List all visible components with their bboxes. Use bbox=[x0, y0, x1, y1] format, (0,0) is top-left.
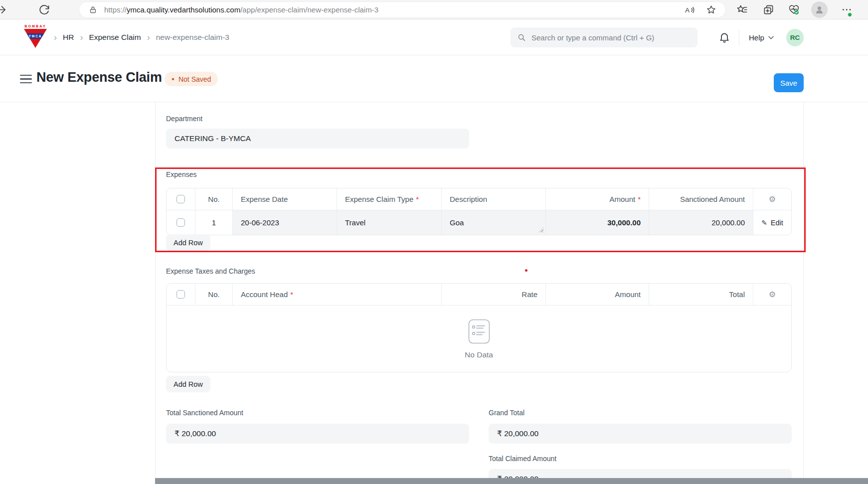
notifications-bell-icon[interactable] bbox=[718, 31, 730, 43]
col-total-label: Total bbox=[729, 290, 745, 299]
col-total: Total bbox=[649, 284, 753, 305]
app-header: BOMBAY YMCA › HR › Expense Claim › new-e… bbox=[0, 19, 868, 55]
col-rate-label: Rate bbox=[521, 290, 537, 299]
breadcrumb: › HR › Expense Claim › new-expense-claim… bbox=[54, 19, 229, 55]
row-select-cell bbox=[167, 210, 195, 235]
amount-cell[interactable]: 30,000.00 bbox=[546, 210, 649, 235]
refresh-icon[interactable] bbox=[38, 4, 50, 15]
chevron-down-icon bbox=[768, 35, 774, 40]
url-bar[interactable]: https://ymca.quality.vedarthsolutions.co… bbox=[79, 2, 725, 17]
header-divider bbox=[739, 30, 739, 45]
person-icon bbox=[814, 4, 825, 15]
breadcrumb-expense-claim[interactable]: Expense Claim bbox=[89, 33, 141, 42]
taxes-add-row-button[interactable]: Add Row bbox=[166, 376, 210, 392]
col-amount: Amount* bbox=[546, 188, 649, 210]
logo-triangle: YMCA bbox=[24, 29, 47, 48]
chevron-right-icon: › bbox=[80, 33, 83, 42]
favorites-bar-icon[interactable] bbox=[736, 4, 748, 15]
read-aloud-icon[interactable]: A bbox=[684, 5, 695, 15]
description-cell[interactable]: Goa bbox=[442, 210, 546, 235]
select-all-cell bbox=[167, 284, 195, 305]
svg-text:A: A bbox=[685, 6, 690, 14]
url-domain: ymca.quality.vedarthsolutions.com bbox=[127, 5, 240, 14]
logo-band-text: YMCA bbox=[24, 33, 47, 39]
gear-icon[interactable]: ⚙ bbox=[769, 290, 776, 299]
col-sanctioned-amount-label: Sanctioned Amount bbox=[680, 195, 745, 203]
url-path: /app/expense-claim/new-expense-claim-3 bbox=[240, 5, 378, 14]
col-expense-date-label: Expense Date bbox=[241, 195, 288, 203]
col-rate: Rate bbox=[442, 284, 546, 305]
form-right-divider bbox=[803, 102, 804, 478]
expense-date-cell[interactable]: 20-06-2023 bbox=[233, 210, 337, 235]
row-edit-cell: ✎Edit bbox=[753, 210, 791, 235]
select-all-checkbox[interactable] bbox=[176, 290, 185, 299]
search-input[interactable]: Search or type a command (Ctrl + G) bbox=[511, 27, 697, 47]
app-logo[interactable]: BOMBAY YMCA bbox=[23, 24, 47, 50]
no-data-label: No Data bbox=[465, 350, 493, 359]
textarea-resize-handle[interactable] bbox=[538, 227, 543, 232]
col-amount-label: Amount bbox=[615, 290, 641, 299]
collections-icon[interactable] bbox=[763, 4, 774, 15]
expense-claim-type-value: Travel bbox=[345, 218, 365, 227]
browser-chrome: https://ymca.quality.vedarthsolutions.co… bbox=[0, 0, 868, 19]
grand-total-label: Grand Total bbox=[489, 409, 524, 417]
user-avatar[interactable]: RC bbox=[786, 29, 804, 46]
expenses-grid: No. Expense Date Expense Claim Type* Des… bbox=[166, 188, 792, 235]
row-checkbox[interactable] bbox=[176, 218, 185, 227]
col-amount-label: Amount bbox=[609, 195, 635, 203]
department-field[interactable]: CATERING - B-YMCA bbox=[166, 129, 469, 149]
col-expense-claim-type: Expense Claim Type* bbox=[337, 188, 442, 210]
required-marker: * bbox=[638, 195, 641, 203]
browser-profile-icon[interactable] bbox=[811, 1, 828, 18]
sidebar-toggle-icon[interactable] bbox=[20, 75, 32, 83]
update-available-dot bbox=[848, 12, 852, 17]
col-description-label: Description bbox=[450, 195, 487, 203]
annotation-dot bbox=[525, 269, 527, 272]
total-claimed-label: Total Claimed Amount bbox=[489, 455, 556, 463]
col-account-head: Account Head* bbox=[233, 284, 442, 305]
chevron-right-icon: › bbox=[54, 33, 57, 42]
pencil-icon: ✎ bbox=[761, 219, 767, 227]
description-value: Goa bbox=[450, 218, 464, 227]
required-marker: * bbox=[290, 290, 293, 299]
browser-window: https://ymca.quality.vedarthsolutions.co… bbox=[0, 0, 868, 484]
breadcrumb-current: new-expense-claim-3 bbox=[156, 33, 229, 42]
taxes-grid: No. Account Head* Rate Amount Total ⚙ No… bbox=[166, 283, 792, 372]
help-menu[interactable]: Help bbox=[749, 19, 774, 55]
sanctioned-amount-value: 20,000.00 bbox=[711, 218, 745, 227]
expense-claim-type-cell[interactable]: Travel bbox=[337, 210, 442, 235]
sanctioned-amount-cell[interactable]: 20,000.00 bbox=[649, 210, 753, 235]
browser-essentials-icon[interactable] bbox=[788, 4, 800, 15]
total-sanctioned-field: ₹ 20,000.00 bbox=[166, 424, 469, 444]
bottom-cutoff-bar bbox=[155, 478, 868, 484]
search-placeholder: Search or type a command (Ctrl + G) bbox=[531, 33, 654, 42]
col-no-label: No. bbox=[208, 290, 219, 299]
favorite-star-icon[interactable] bbox=[706, 4, 716, 15]
status-label: Not Saved bbox=[178, 75, 211, 83]
select-all-checkbox[interactable] bbox=[176, 195, 185, 203]
breadcrumb-hr[interactable]: HR bbox=[63, 33, 74, 42]
grid-settings-cell: ⚙ bbox=[753, 284, 791, 305]
edit-label: Edit bbox=[771, 219, 783, 227]
help-label: Help bbox=[749, 33, 764, 42]
required-marker: * bbox=[416, 195, 419, 203]
taxes-grid-header: No. Account Head* Rate Amount Total ⚙ bbox=[167, 284, 791, 306]
search-icon bbox=[518, 33, 526, 42]
expenses-add-row-button[interactable]: Add Row bbox=[166, 234, 210, 251]
edit-row-button[interactable]: ✎Edit bbox=[761, 219, 783, 227]
gear-icon[interactable]: ⚙ bbox=[769, 194, 776, 204]
col-no-label: No. bbox=[208, 195, 219, 203]
lock-icon bbox=[89, 5, 97, 14]
col-sanctioned-amount: Sanctioned Amount bbox=[649, 188, 753, 210]
forward-icon[interactable] bbox=[0, 4, 7, 15]
save-button[interactable]: Save bbox=[774, 73, 804, 92]
department-label: Department bbox=[166, 115, 202, 123]
grand-total-field: ₹ 20,000.00 bbox=[489, 424, 792, 444]
grid-settings-cell: ⚙ bbox=[753, 188, 791, 210]
url-text: https://ymca.quality.vedarthsolutions.co… bbox=[104, 5, 378, 14]
empty-state: No Data bbox=[167, 319, 791, 359]
amount-value: 30,000.00 bbox=[607, 218, 641, 227]
taxes-section-label: Expense Taxes and Charges bbox=[166, 267, 255, 275]
expense-date-value: 20-06-2023 bbox=[241, 218, 279, 227]
status-badge: • Not Saved bbox=[165, 72, 218, 86]
